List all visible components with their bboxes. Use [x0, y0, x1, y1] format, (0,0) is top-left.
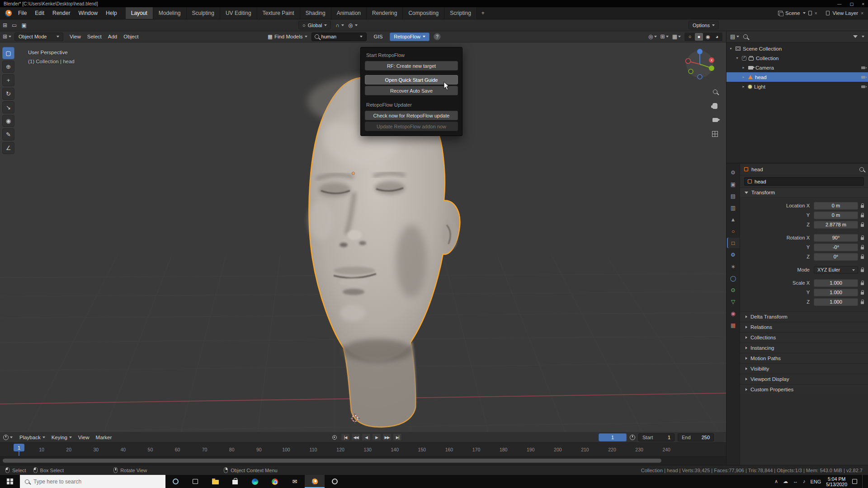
object-name-field[interactable]: head [744, 177, 864, 186]
toolsbar-icon[interactable]: ▭ [12, 22, 17, 28]
taskbar-app[interactable] [225, 475, 245, 488]
shading-mode-icon[interactable]: ○ [686, 33, 694, 41]
options-dropdown[interactable]: Options [689, 21, 719, 29]
toolsbar-icon[interactable]: ⊞ [3, 22, 7, 28]
taskbar-app[interactable] [305, 475, 325, 488]
viewport-tool-button[interactable]: ◉ [2, 115, 14, 127]
viewport-tool-button[interactable]: ▢ [2, 47, 14, 59]
timeline-ruler[interactable]: 1020304050607080901001101201301401501601… [0, 443, 726, 456]
camera-view-icon[interactable] [712, 118, 718, 122]
mode-dropdown[interactable]: Object Mode [14, 33, 63, 41]
workspace-tab[interactable]: UV Editing [220, 7, 257, 19]
viewport-tool-button[interactable]: + [2, 74, 14, 86]
properties-section-header[interactable]: Instancing [740, 343, 868, 353]
model-search-field[interactable] [311, 33, 367, 41]
properties-tab[interactable]: ⚙ [727, 167, 740, 178]
taskbar-app[interactable]: ✉ [285, 475, 305, 488]
taskbar-search-input[interactable] [33, 479, 146, 485]
menu-item[interactable]: Help [102, 7, 121, 19]
expand-arrow-icon[interactable]: ▸ [741, 66, 746, 70]
taskbar-app[interactable] [325, 475, 344, 488]
pan-hand-icon[interactable] [712, 103, 717, 109]
taskbar-app[interactable] [245, 475, 265, 488]
viewport-canvas[interactable]: User Perspective (1) Collection | head ▢… [0, 42, 726, 432]
properties-tab[interactable]: ▦ [727, 320, 740, 330]
editor-type-button[interactable]: ⊞ [3, 33, 11, 40]
search-icon[interactable] [743, 34, 748, 39]
remove-view-layer-icon[interactable]: × [861, 11, 863, 16]
menu-item[interactable]: File [14, 7, 31, 19]
outliner-row[interactable]: ▾ Collection [726, 53, 868, 63]
timeline-menu-item[interactable]: Keying [48, 435, 75, 440]
show-desktop-button[interactable] [862, 475, 864, 488]
properties-tab[interactable]: ▲ [727, 214, 740, 225]
navigation-gizmo[interactable]: X [681, 45, 719, 83]
action-center-icon[interactable] [852, 479, 857, 484]
start-button[interactable] [0, 475, 20, 488]
zoom-icon[interactable] [713, 89, 717, 94]
viewport-menu-item[interactable]: View [66, 34, 84, 39]
transform-panel-header[interactable]: Transform [740, 188, 868, 197]
shading-mode-icon[interactable]: ● [695, 33, 703, 41]
close-button[interactable]: × [862, 1, 864, 6]
properties-tab[interactable]: ⊙ [727, 285, 740, 295]
value-field[interactable]: 1.000 [814, 298, 858, 306]
lock-icon[interactable] [858, 291, 866, 295]
value-field[interactable]: 0° [814, 253, 858, 261]
retopoflow-menu-item[interactable]: RetopoFlow Updater [361, 99, 462, 109]
lock-icon[interactable] [858, 204, 866, 208]
workspace-tab[interactable]: Rendering [367, 7, 403, 19]
properties-section-header[interactable]: Viewport Display [740, 374, 868, 384]
gis-menu[interactable]: GIS [371, 34, 386, 39]
visibility-icons[interactable] [861, 66, 865, 69]
viewport-tool-button[interactable]: ↘ [2, 101, 14, 113]
playhead[interactable]: 1 [14, 443, 24, 456]
timeline-scrollbar-track[interactable] [0, 456, 726, 465]
taskbar-search-box[interactable] [20, 475, 165, 488]
frame-start-field[interactable]: Start1 [638, 433, 675, 441]
minimize-button[interactable]: — [837, 1, 842, 6]
timeline-menu-item[interactable]: Marker [93, 435, 115, 440]
outliner-row[interactable]: ▾ Scene Collection [726, 44, 868, 53]
tray-icon[interactable]: ☁ [783, 479, 788, 484]
properties-tab[interactable]: ▽ [727, 296, 740, 307]
lock-icon[interactable] [858, 236, 866, 240]
taskbar-app[interactable] [265, 475, 285, 488]
toolsbar-icon[interactable]: ▣ [21, 22, 26, 28]
viewport-tool-button[interactable]: ↻ [2, 88, 14, 100]
lock-icon[interactable] [858, 300, 866, 304]
lock-icon[interactable] [858, 213, 866, 217]
tray-icon[interactable]: ♪ [803, 479, 806, 484]
lock-icon[interactable] [858, 223, 866, 227]
properties-tab[interactable]: ◉ [727, 308, 740, 319]
viewport-tool-button[interactable]: ✎ [2, 128, 14, 141]
shading-mode-icon[interactable]: ◕ [713, 33, 721, 41]
properties-tab[interactable]: □ [727, 238, 740, 248]
value-field[interactable]: 0 m [814, 211, 858, 219]
workspace-tab[interactable]: Modeling [153, 7, 187, 19]
taskbar-app[interactable] [165, 475, 185, 488]
properties-section-header[interactable]: Visibility [740, 363, 868, 374]
add-workspace-button[interactable]: + [477, 10, 489, 16]
expand-arrow-icon[interactable]: ▸ [741, 75, 746, 79]
ortho-grid-icon[interactable] [712, 131, 718, 137]
properties-section-header[interactable]: Collections [740, 332, 868, 343]
playback-button[interactable]: ▶▶ [382, 433, 392, 441]
proportional-editing-toggle[interactable]: ◎ [349, 22, 358, 28]
workspace-tab[interactable]: Animation [331, 7, 367, 19]
viewport-tool-button[interactable]: ∠ [2, 142, 14, 154]
value-field[interactable]: 1.000 [814, 279, 858, 287]
filter-icon[interactable] [853, 35, 858, 38]
lock-icon[interactable] [858, 281, 866, 285]
properties-section-header[interactable]: Custom Properties [740, 384, 868, 394]
taskbar-app[interactable] [205, 475, 225, 488]
tray-icon[interactable]: ∧ [774, 479, 778, 484]
current-frame-field[interactable]: 1 [599, 433, 627, 441]
viewport-menu-item[interactable]: Object [120, 34, 142, 39]
scene-selector[interactable]: Scene [785, 10, 800, 16]
retopoflow-menu-item[interactable]: RF: Create new target [365, 61, 458, 70]
new-scene-icon[interactable] [808, 11, 812, 15]
find-models-dropdown[interactable]: ▦ Find Models [268, 33, 307, 40]
properties-tab[interactable]: ◯ [727, 273, 740, 283]
playback-button[interactable]: |◀ [341, 433, 350, 441]
